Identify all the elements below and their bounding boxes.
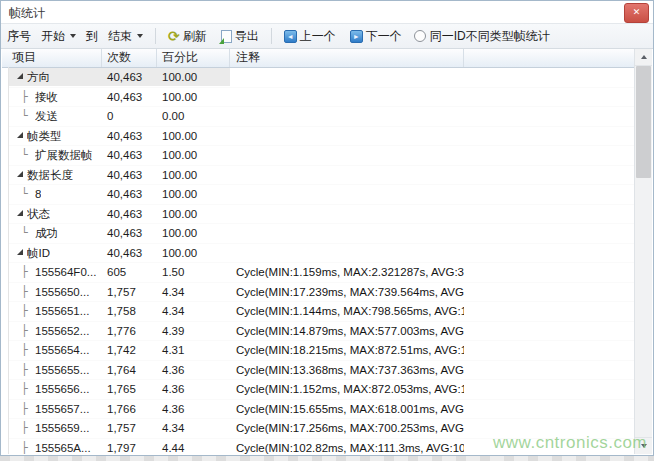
table-row[interactable]: ├ 1555654... 1,742 4.31 Cycle(MIN:18.215… xyxy=(8,341,634,361)
expand-icon[interactable] xyxy=(17,210,23,216)
table-row[interactable]: 数据长度 40,463 100.00 xyxy=(8,166,634,186)
table-row[interactable]: ├ 接收 40,463 100.00 xyxy=(8,88,634,108)
table-row[interactable]: ├ 1555659... 1,757 4.34 Cycle(MIN:17.256… xyxy=(8,419,634,439)
tree-branch-icon: ├ xyxy=(21,439,30,454)
chevron-down-icon xyxy=(70,34,76,38)
percent-cell: 4.39 xyxy=(157,322,230,340)
note-cell: Cycle(MIN:1.159ms, MAX:2.321287s, AVG:3.… xyxy=(230,263,464,281)
table-row[interactable]: └ 发送 0 0.00 xyxy=(8,107,634,127)
item-label: 8 xyxy=(35,185,41,203)
start-dropdown[interactable]: 开始 xyxy=(37,26,80,47)
count-cell: 1,766 xyxy=(102,400,157,418)
percent-cell: 4.34 xyxy=(157,302,230,320)
expand-icon[interactable] xyxy=(17,171,23,177)
table-row[interactable]: ├ 1555652... 1,776 4.39 Cycle(MIN:14.879… xyxy=(8,322,634,342)
percent-cell: 4.34 xyxy=(157,283,230,301)
table-row[interactable]: ├ 1555650... 1,757 4.34 Cycle(MIN:17.239… xyxy=(8,283,634,303)
scrollbar-thumb[interactable] xyxy=(636,66,651,178)
close-button[interactable]: ✕ xyxy=(624,3,649,23)
arrow-right-icon: ► xyxy=(350,30,363,43)
note-cell: Cycle(MIN:1.152ms, MAX:872.053ms, AVG:1.… xyxy=(230,380,464,398)
count-cell: 1,742 xyxy=(102,341,157,359)
column-header-note[interactable]: 注释 xyxy=(230,49,464,67)
end-dropdown-label: 结束 xyxy=(108,28,132,45)
arrow-up-icon xyxy=(641,55,647,59)
table-row[interactable]: └ 扩展数据帧 40,463 100.00 xyxy=(8,146,634,166)
item-cell: ├ 1555651... xyxy=(8,302,102,320)
expand-icon[interactable] xyxy=(17,73,23,79)
item-label: 1555651... xyxy=(35,302,89,320)
item-label: 155564F0... xyxy=(35,263,96,281)
export-button[interactable]: 导出 xyxy=(217,26,263,47)
table-row[interactable]: 帧ID 40,463 100.00 xyxy=(8,244,634,264)
item-label: 1555656... xyxy=(35,380,89,398)
same-id-radio[interactable]: 同一ID不同类型帧统计 xyxy=(414,28,550,45)
table-row[interactable]: 状态 40,463 100.00 xyxy=(8,205,634,225)
count-cell: 1,776 xyxy=(102,322,157,340)
tree-branch-icon: ├ xyxy=(21,88,30,106)
expand-icon[interactable] xyxy=(17,249,23,255)
note-cell: Cycle(MIN:13.368ms, MAX:737.363ms, AVG:.… xyxy=(230,361,464,379)
radio-icon xyxy=(414,30,426,42)
percent-cell: 100.00 xyxy=(157,146,230,164)
percent-cell: 100.00 xyxy=(157,244,230,262)
export-icon xyxy=(221,30,232,43)
column-header-count[interactable]: 次数 xyxy=(102,49,157,67)
item-cell: ├ 155565A... xyxy=(8,439,102,454)
end-dropdown[interactable]: 结束 xyxy=(104,26,147,47)
table-header: 项目 次数 百分比 注释 xyxy=(2,49,634,68)
percent-cell: 100.00 xyxy=(157,68,230,86)
column-header-filler xyxy=(464,49,634,67)
table-row[interactable]: ├ 155565A... 1,797 4.44 Cycle(MIN:102.82… xyxy=(8,439,634,455)
to-label: 到 xyxy=(86,28,98,45)
table-row[interactable]: └ 8 40,463 100.00 xyxy=(8,185,634,205)
toolbar-separator xyxy=(155,28,156,44)
table-row[interactable]: ├ 155564F0... 605 1.50 Cycle(MIN:1.159ms… xyxy=(8,263,634,283)
item-label: 1555650... xyxy=(35,283,89,301)
refresh-button[interactable]: ⟳ 刷新 xyxy=(164,26,211,47)
count-cell: 0 xyxy=(102,107,157,125)
table-row[interactable]: ├ 1555657... 1,766 4.36 Cycle(MIN:15.655… xyxy=(8,400,634,420)
count-cell: 1,757 xyxy=(102,419,157,437)
count-cell: 40,463 xyxy=(102,205,157,223)
next-button[interactable]: ► 下一个 xyxy=(346,26,406,47)
count-cell: 40,463 xyxy=(102,224,157,242)
item-label: 1555657... xyxy=(35,400,89,418)
item-label: 1555659... xyxy=(35,419,89,437)
page-background-strip xyxy=(0,456,654,461)
count-cell: 40,463 xyxy=(102,68,157,86)
table-row[interactable]: ├ 1555651... 1,758 4.34 Cycle(MIN:1.144m… xyxy=(8,302,634,322)
arrow-down-icon xyxy=(641,444,647,448)
previous-button-label: 上一个 xyxy=(300,28,336,45)
item-cell: └ 发送 xyxy=(8,107,102,125)
same-id-radio-label: 同一ID不同类型帧统计 xyxy=(430,28,550,45)
percent-cell: 100.00 xyxy=(157,185,230,203)
scroll-down-button[interactable] xyxy=(635,437,652,454)
count-cell: 40,463 xyxy=(102,166,157,184)
count-cell: 40,463 xyxy=(102,146,157,164)
table-row[interactable]: 方向 40,463 100.00 xyxy=(8,68,634,88)
item-label: 1555652... xyxy=(35,322,89,340)
table-row[interactable]: └ 成功 40,463 100.00 xyxy=(8,224,634,244)
item-cell: ├ 1555656... xyxy=(8,380,102,398)
count-cell: 1,757 xyxy=(102,283,157,301)
column-header-percent[interactable]: 百分比 xyxy=(157,49,230,67)
item-label: 扩展数据帧 xyxy=(35,146,93,164)
table-row[interactable]: ├ 1555656... 1,765 4.36 Cycle(MIN:1.152m… xyxy=(8,380,634,400)
previous-button[interactable]: ◄ 上一个 xyxy=(280,26,340,47)
note-cell: Cycle(MIN:14.879ms, MAX:577.003ms, AVG:.… xyxy=(230,322,464,340)
percent-cell: 100.00 xyxy=(157,88,230,106)
expand-icon[interactable] xyxy=(17,132,23,138)
item-label: 1555654... xyxy=(35,341,89,359)
toolbar-separator xyxy=(271,28,272,44)
vertical-scrollbar[interactable] xyxy=(634,49,652,454)
column-header-item[interactable]: 项目 xyxy=(8,49,102,67)
scroll-up-button[interactable] xyxy=(635,49,652,66)
item-cell: ├ 接收 xyxy=(8,88,102,106)
item-label: 帧类型 xyxy=(27,127,62,145)
tree-branch-icon: ├ xyxy=(21,400,30,418)
table-row[interactable]: ├ 1555655... 1,764 4.36 Cycle(MIN:13.368… xyxy=(8,361,634,381)
count-cell: 605 xyxy=(102,263,157,281)
count-cell: 40,463 xyxy=(102,88,157,106)
table-row[interactable]: 帧类型 40,463 100.00 xyxy=(8,127,634,147)
